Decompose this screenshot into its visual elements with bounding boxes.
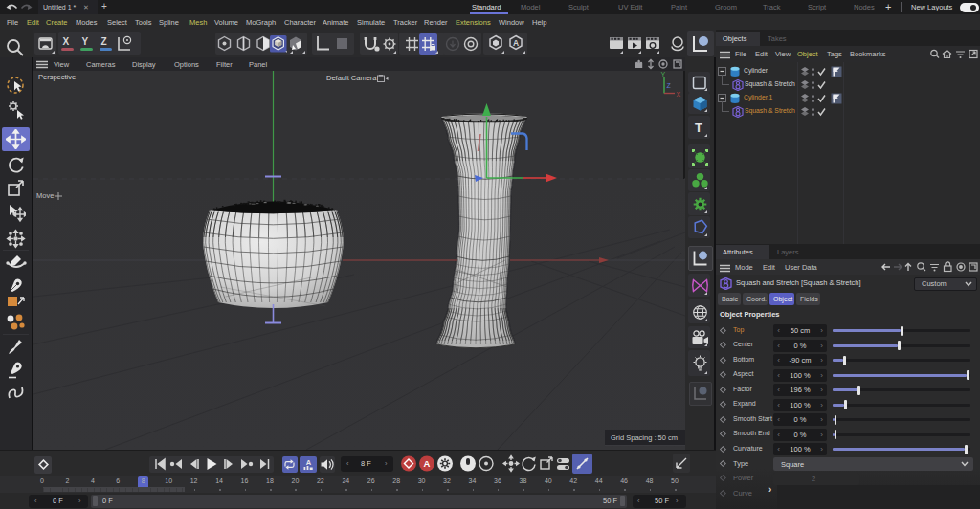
svg-text:A: A bbox=[305, 458, 311, 467]
svg-text:A: A bbox=[513, 38, 519, 48]
svg-text:Y: Y bbox=[661, 71, 666, 77]
svg-text:A: A bbox=[423, 458, 430, 469]
svg-text:X: X bbox=[677, 91, 681, 98]
svg-text:Z: Z bbox=[667, 82, 672, 89]
